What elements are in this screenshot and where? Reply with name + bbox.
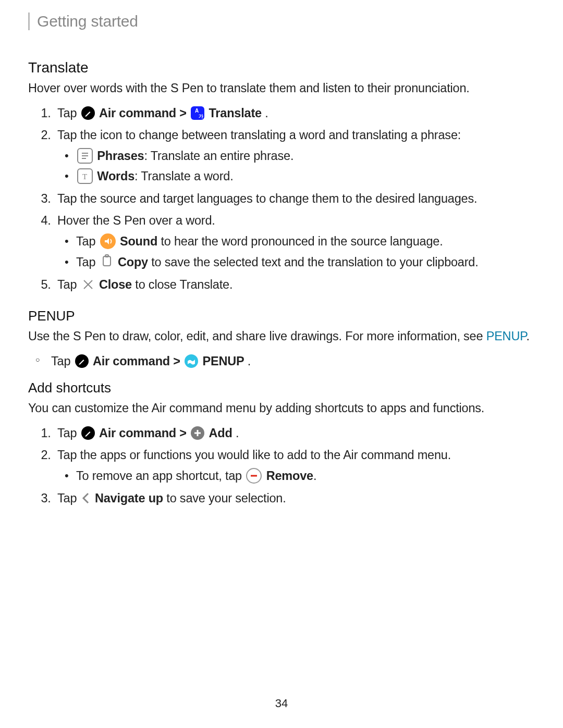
copy-text: to save the selected text and the transl… xyxy=(148,255,479,269)
copy-icon xyxy=(100,253,114,269)
remove-icon xyxy=(246,468,262,484)
text: Tap xyxy=(57,491,80,505)
greater-than: > xyxy=(173,354,183,368)
text: Tap xyxy=(51,354,74,368)
shortcuts-heading: Add shortcuts xyxy=(28,380,535,396)
penup-app-icon xyxy=(185,354,198,368)
words-label: Words xyxy=(97,169,134,183)
phrases-text: : Translate an entire phrase. xyxy=(144,149,293,163)
remove-label: Remove xyxy=(266,469,313,483)
text: Tap xyxy=(57,106,80,120)
shortcuts-step-1: Tap Air command > Add . xyxy=(54,424,535,442)
text: Hover the S Pen over a word. xyxy=(57,214,215,227)
sound-text: to hear the word pronounced in the sourc… xyxy=(157,235,443,248)
greater-than: > xyxy=(179,106,190,120)
copy-label: Copy xyxy=(118,255,148,269)
air-command-label: Air command xyxy=(93,354,170,368)
svg-text:T: T xyxy=(82,172,87,181)
translate-heading: Translate xyxy=(28,59,535,76)
navigate-up-text: to save your selection. xyxy=(163,491,286,505)
penup-heading: PENUP xyxy=(28,308,535,324)
page-content: Getting started Translate Hover over wor… xyxy=(0,0,563,507)
breadcrumb: Getting started xyxy=(37,13,535,30)
penup-link[interactable]: PENUP xyxy=(486,329,527,343)
shortcuts-steps: Tap Air command > Add . Tap the apps or … xyxy=(28,424,535,507)
svg-rect-6 xyxy=(103,256,111,266)
greater-than: > xyxy=(179,426,190,440)
text: Tap the icon to change between translati… xyxy=(57,128,461,142)
add-label: Add xyxy=(209,426,232,440)
translate-step-4-sub: Tap Sound to hear the word pronounced in… xyxy=(57,232,535,272)
air-command-icon xyxy=(75,354,89,368)
translate-intro: Hover over words with the S Pen to trans… xyxy=(28,80,535,97)
shortcuts-intro: You can customize the Air command menu b… xyxy=(28,400,535,417)
shortcuts-step-3: Tap Navigate up to save your selection. xyxy=(54,489,535,507)
sound-label: Sound xyxy=(120,235,157,248)
air-command-label: Air command xyxy=(99,106,176,120)
shortcuts-step-2-sub: To remove an app shortcut, tap Remove. xyxy=(57,467,535,485)
add-icon xyxy=(191,426,204,440)
period: . xyxy=(265,106,268,120)
text: To remove an app shortcut, tap xyxy=(76,469,245,483)
page-number: 34 xyxy=(0,697,563,710)
navigate-up-icon xyxy=(81,491,91,505)
close-icon xyxy=(81,278,95,291)
air-command-icon xyxy=(81,426,95,440)
sound-icon xyxy=(100,233,116,249)
period: . xyxy=(527,329,530,343)
penup-intro: Use the S Pen to draw, color, edit, and … xyxy=(28,328,535,345)
text: Tap xyxy=(57,278,80,291)
copy-option: Tap Copy to save the selected text and t… xyxy=(76,253,535,272)
air-command-icon xyxy=(81,106,95,120)
text: Tap xyxy=(57,426,80,440)
text: Tap xyxy=(76,255,99,269)
remove-option: To remove an app shortcut, tap Remove. xyxy=(76,467,535,485)
phrases-option: Phrases: Translate an entire phrase. xyxy=(76,147,535,165)
words-icon: T xyxy=(77,168,93,184)
penup-bullet: Tap Air command > PENUP . xyxy=(51,352,535,371)
penup-bullet-list: Tap Air command > PENUP . xyxy=(28,352,535,371)
period: . xyxy=(313,469,316,483)
translate-app-icon: A 가 xyxy=(191,106,204,120)
translate-step-5: Tap Close to close Translate. xyxy=(54,276,535,293)
translate-steps: Tap Air command > A 가 Translate . Tap th… xyxy=(28,104,535,293)
text: Tap the apps or functions you would like… xyxy=(57,448,451,462)
words-text: : Translate a word. xyxy=(134,169,234,183)
translate-step-3: Tap the source and target languages to c… xyxy=(54,190,535,207)
shortcuts-step-2: Tap the apps or functions you would like… xyxy=(54,446,535,485)
translate-step-4: Hover the S Pen over a word. Tap Sound t… xyxy=(54,212,535,272)
close-text: to close Translate. xyxy=(132,278,232,291)
translate-label: Translate xyxy=(209,106,261,120)
translate-step-1: Tap Air command > A 가 Translate . xyxy=(54,104,535,122)
text: Use the S Pen to draw, color, edit, and … xyxy=(28,329,486,343)
phrases-label: Phrases xyxy=(97,149,144,163)
penup-label: PENUP xyxy=(202,354,244,368)
translate-step-2: Tap the icon to change between translati… xyxy=(54,126,535,186)
period: . xyxy=(236,426,239,440)
period: . xyxy=(248,354,251,368)
phrases-icon xyxy=(77,148,93,164)
svg-text:가: 가 xyxy=(199,114,203,119)
navigate-up-label: Navigate up xyxy=(95,491,163,505)
air-command-label: Air command xyxy=(99,426,176,440)
translate-step-2-sub: Phrases: Translate an entire phrase. T W… xyxy=(57,147,535,186)
breadcrumb-wrap: Getting started xyxy=(28,13,535,30)
sound-option: Tap Sound to hear the word pronounced in… xyxy=(76,232,535,251)
words-option: T Words: Translate a word. xyxy=(76,167,535,186)
text: Tap the source and target languages to c… xyxy=(57,192,477,205)
svg-text:A: A xyxy=(195,108,199,114)
text: Tap xyxy=(76,235,99,248)
close-label: Close xyxy=(99,278,132,291)
